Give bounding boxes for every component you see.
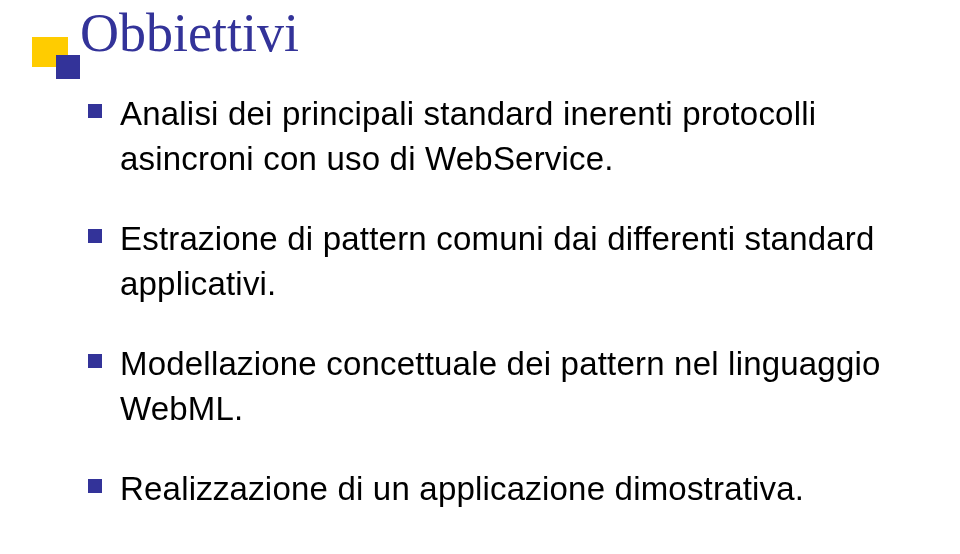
bullet-text: Analisi dei principali standard inerenti…: [120, 92, 900, 181]
list-item: Modellazione concettuale dei pattern nel…: [88, 342, 900, 431]
bullet-icon: [88, 479, 102, 493]
title-accent-bar: [32, 37, 68, 67]
slide-title: Obbiettivi: [80, 5, 299, 62]
list-item: Analisi dei principali standard inerenti…: [88, 92, 900, 181]
slide-body: Analisi dei principali standard inerenti…: [88, 92, 900, 548]
bullet-text: Realizzazione di un applicazione dimostr…: [120, 467, 804, 512]
list-item: Estrazione di pattern comuni dai differe…: [88, 217, 900, 306]
slide: Obbiettivi Analisi dei principali standa…: [0, 0, 960, 554]
bullet-text: Modellazione concettuale dei pattern nel…: [120, 342, 900, 431]
bullet-text: Estrazione di pattern comuni dai differe…: [120, 217, 900, 306]
bullet-icon: [88, 354, 102, 368]
bullet-icon: [88, 229, 102, 243]
title-area: Obbiettivi: [32, 5, 299, 62]
bullet-icon: [88, 104, 102, 118]
list-item: Realizzazione di un applicazione dimostr…: [88, 467, 900, 512]
